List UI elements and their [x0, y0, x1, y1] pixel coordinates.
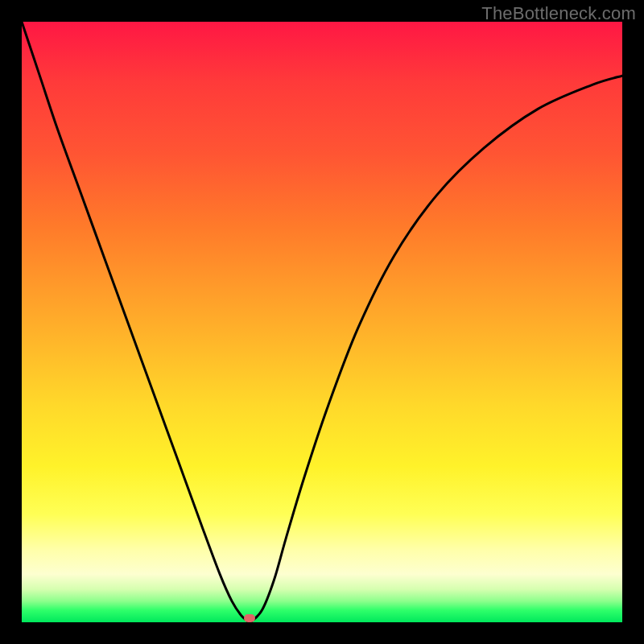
plot-area	[22, 22, 622, 622]
chart-frame: TheBottleneck.com	[0, 0, 644, 644]
curve-svg	[22, 22, 622, 622]
minimum-marker	[244, 614, 255, 622]
bottleneck-curve	[22, 22, 622, 622]
